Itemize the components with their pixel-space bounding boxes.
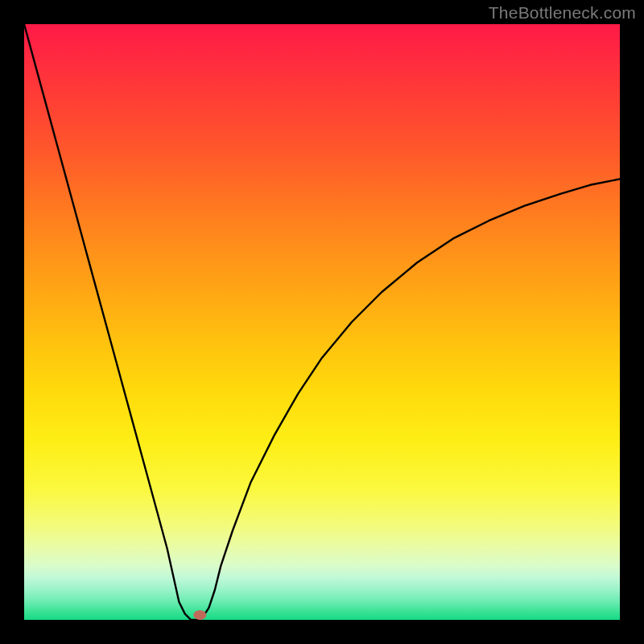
chart-frame: TheBottleneck.com [0, 0, 644, 644]
min-marker [193, 610, 206, 620]
watermark-text: TheBottleneck.com [489, 3, 636, 23]
plot-area [24, 24, 620, 620]
chart-svg [24, 24, 620, 620]
bottleneck-curve [24, 24, 620, 620]
